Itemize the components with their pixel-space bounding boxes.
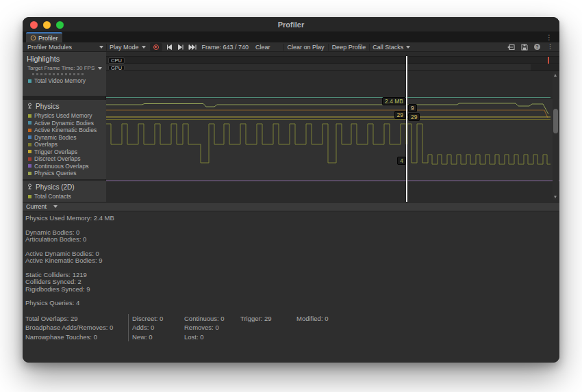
legend-item-overlaps[interactable]: Overlaps bbox=[23, 141, 106, 148]
legend-item-trigger-overlaps[interactable]: Trigger Overlaps bbox=[23, 148, 106, 156]
play-mode-label: Play Mode bbox=[110, 44, 139, 51]
window-menu-button[interactable]: ⋮ bbox=[546, 43, 555, 51]
legend-swatch bbox=[28, 195, 31, 198]
total-video-memory-line bbox=[106, 97, 551, 98]
physics-module[interactable]: Physics Physics Used Memory Active Dynam… bbox=[23, 100, 106, 179]
legend-item-physics-queries[interactable]: Physics Queries bbox=[23, 170, 106, 177]
table-cell: Discreet: 0 bbox=[128, 314, 184, 324]
highlights-module[interactable]: Highlights Target Frame Time: 30 FPS Tot… bbox=[23, 52, 106, 96]
legend-item-continuous-overlaps[interactable]: Continuous Overlaps bbox=[23, 163, 106, 170]
record-button[interactable] bbox=[150, 43, 162, 51]
stat-line: Colliders Synced: 2 bbox=[25, 278, 559, 286]
current-frame-button[interactable] bbox=[187, 43, 199, 51]
legend-item-physics-used-memory[interactable]: Physics Used Memory bbox=[23, 112, 106, 120]
table-cell: Adds: 0 bbox=[128, 323, 184, 332]
physics2d-module-header[interactable]: Physics (2D) bbox=[23, 181, 106, 191]
tab-context-menu-icon[interactable]: ⋮ bbox=[546, 34, 553, 41]
physics2d-module[interactable]: Physics (2D) Total Contacts bbox=[23, 181, 106, 202]
save-profile-button[interactable] bbox=[520, 43, 529, 51]
clipped-legend-row bbox=[32, 73, 86, 75]
physics-module-header[interactable]: Physics bbox=[23, 100, 106, 110]
table-cell: Continuous: 0 bbox=[184, 314, 240, 324]
target-frame-time-dropdown[interactable]: Target Frame Time: 30 FPS bbox=[23, 63, 106, 71]
legend-label: Total Contacts bbox=[34, 193, 71, 200]
gpu-chart-row[interactable]: GPU bbox=[106, 64, 559, 72]
first-frame-button[interactable] bbox=[164, 43, 175, 51]
stat-line: Static Colliders: 1219 bbox=[25, 272, 559, 279]
titlebar: Profiler bbox=[23, 17, 559, 32]
physics-chart-region[interactable] bbox=[106, 99, 559, 180]
table-cell bbox=[296, 332, 559, 342]
highlights-chart-region[interactable] bbox=[106, 71, 559, 97]
legend-item-active-dynamic-bodies[interactable]: Active Dynamic Bodies bbox=[23, 120, 106, 127]
load-icon bbox=[507, 44, 515, 51]
vertical-scrollbar[interactable] bbox=[553, 72, 559, 200]
skip-back-icon bbox=[166, 44, 173, 51]
legend-swatch bbox=[28, 129, 31, 132]
table-row: Total Overlaps: 29 Discreet: 0 Continuou… bbox=[25, 314, 559, 324]
load-profile-button[interactable] bbox=[507, 43, 516, 51]
stat-line: Rigidbodies Synced: 9 bbox=[25, 286, 559, 293]
call-stacks-label: Call Stacks bbox=[372, 44, 403, 51]
tab-profiler[interactable]: Profiler bbox=[26, 32, 62, 42]
legend-item-discreet-overlaps[interactable]: Discreet Overlaps bbox=[23, 155, 106, 163]
physics-chart-svg bbox=[106, 99, 551, 180]
active-kinematic-bodies-series bbox=[106, 110, 548, 118]
table-cell: New: 0 bbox=[128, 332, 184, 342]
physics-module-title: Physics bbox=[36, 103, 59, 110]
help-icon: ? bbox=[534, 44, 540, 50]
playhead-line[interactable] bbox=[406, 56, 407, 202]
skip-forward-icon bbox=[188, 44, 197, 51]
legend-label: Active Dynamic Bodies bbox=[34, 120, 94, 127]
table-cell bbox=[240, 323, 296, 332]
legend-item-active-kinematic-bodies[interactable]: Active Kinematic Bodies bbox=[23, 127, 106, 134]
profiler-modules-dropdown[interactable]: Profiler Modules bbox=[25, 42, 106, 52]
legend-label: Trigger Overlaps bbox=[34, 148, 77, 155]
legend-item-total-contacts[interactable]: Total Contacts bbox=[23, 193, 106, 200]
playhead-trigger-overlaps-label: 29 bbox=[408, 113, 420, 121]
chevron-down-icon bbox=[406, 46, 410, 49]
overlaps-table: Total Overlaps: 29 Discreet: 0 Continuou… bbox=[25, 314, 559, 342]
charts-area: Highlights Target Frame Time: 30 FPS Tot… bbox=[23, 52, 559, 202]
tab-label: Profiler bbox=[38, 35, 58, 42]
target-frame-time-label: Target Frame Time: 30 FPS bbox=[27, 65, 94, 71]
next-frame-button[interactable] bbox=[175, 43, 187, 51]
legend-item-total-video-memory[interactable]: Total Video Memory bbox=[23, 77, 106, 85]
legend-swatch bbox=[28, 135, 31, 139]
gpu-row-badge: GPU bbox=[108, 65, 125, 71]
profiler-gauge-icon bbox=[30, 35, 36, 41]
stat-line: Active Dynamic Bodies: 0 bbox=[25, 250, 559, 258]
close-button[interactable] bbox=[30, 21, 38, 29]
stat-line: Articulation Bodies: 0 bbox=[25, 236, 559, 244]
minimize-button[interactable] bbox=[43, 21, 51, 29]
profiler-toolbar: Profiler Modules Play Mode Frame: 643 / … bbox=[23, 42, 559, 52]
cpu-chart-row[interactable]: CPU bbox=[106, 56, 559, 64]
toolbar-right-icons: ? ⋮ bbox=[507, 43, 557, 51]
scrollbar-thumb[interactable] bbox=[553, 109, 558, 133]
stat-line: Dynamic Bodies: 0 bbox=[25, 229, 559, 237]
legend-label: Active Kinematic Bodies bbox=[34, 127, 97, 133]
play-mode-dropdown[interactable]: Play Mode bbox=[107, 42, 149, 52]
module-sidebar: Highlights Target Frame Time: 30 FPS Tot… bbox=[23, 52, 106, 202]
table-cell: Trigger: 29 bbox=[240, 314, 296, 324]
legend-swatch bbox=[28, 157, 31, 161]
clear-on-play-toggle[interactable]: Clear on Play bbox=[284, 42, 328, 52]
call-stacks-dropdown[interactable]: Call Stacks bbox=[370, 42, 413, 52]
chevron-down-icon bbox=[99, 46, 103, 49]
stat-line: Physics Queries: 4 bbox=[25, 300, 559, 307]
legend-label: Overlaps bbox=[34, 141, 58, 148]
legend-item-dynamic-bodies[interactable]: Dynamic Bodies bbox=[23, 134, 106, 142]
deep-profile-toggle[interactable]: Deep Profile bbox=[329, 42, 370, 52]
playhead-memory-label: 2.4 MB bbox=[382, 97, 406, 105]
scroll-down-icon[interactable] bbox=[554, 196, 557, 198]
physics2d-chart-region[interactable] bbox=[106, 181, 559, 202]
highlights-title: Highlights bbox=[23, 52, 106, 63]
stat-line: Physics Used Memory: 2.4 MB bbox=[25, 215, 559, 222]
clear-button[interactable]: Clear bbox=[252, 42, 274, 52]
scroll-up-icon[interactable] bbox=[554, 74, 557, 77]
help-button[interactable]: ? bbox=[533, 43, 542, 51]
cpu-end-marker bbox=[548, 57, 549, 64]
details-view-dropdown[interactable]: Current bbox=[23, 203, 58, 210]
chart-panel[interactable]: CPU GPU 2.4 MB bbox=[106, 52, 559, 202]
zoom-button[interactable] bbox=[56, 21, 64, 29]
